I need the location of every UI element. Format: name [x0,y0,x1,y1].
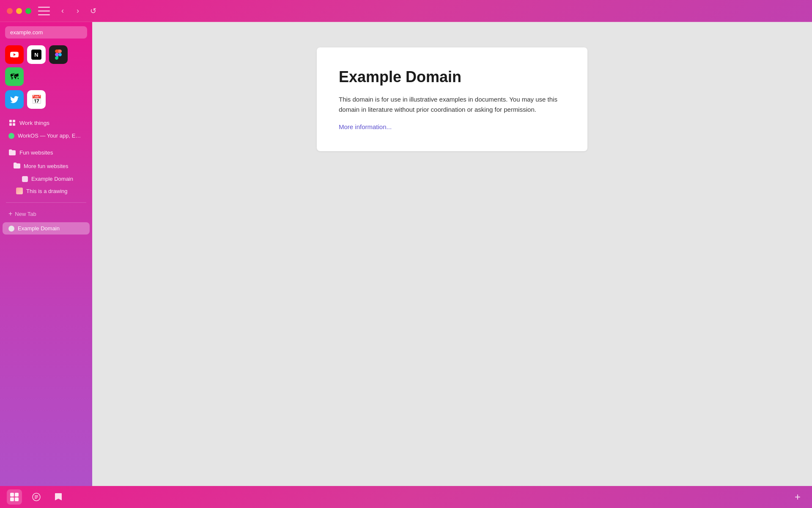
active-tab-favicon [8,226,14,232]
new-tab-button[interactable]: + New Tab [3,207,90,221]
content-area: Example Domain This domain is for use in… [92,22,812,486]
sidebar-section-fun: Fun websites More fun websites Example D… [0,144,92,199]
bottom-bar: + [0,486,812,508]
notion-icon: N [31,50,41,60]
example-domain-bookmark-label: Example Domain [31,176,73,182]
sidebar-toggle-button[interactable] [38,7,50,15]
bookmarks-row-2: 📅 [0,90,92,114]
svg-rect-1 [13,120,15,122]
new-tab-label: New Tab [15,211,36,217]
more-fun-websites-label: More fun websites [24,163,69,169]
add-tab-icon[interactable]: + [790,489,805,505]
top-bar: ‹ › ↺ [0,0,812,22]
bookmark-figma[interactable] [49,45,68,64]
active-tab-label: Example Domain [18,225,60,232]
work-things-label: Work things [19,120,49,126]
sidebar-item-example-domain-bookmark[interactable]: Example Domain [3,173,90,185]
sidebar-group-fun-websites[interactable]: Fun websites [3,146,90,159]
sidebar: example.com N [0,22,92,486]
bookmarks-row-1: N 🗺 [0,43,92,90]
close-button[interactable] [7,8,13,14]
sidebar-active-tab[interactable]: Example Domain [3,222,90,235]
drawing-label: This is a drawing [26,188,68,194]
fun-websites-label: Fun websites [19,149,53,156]
svg-rect-3 [13,123,15,126]
plus-icon: + [8,210,12,218]
sidebar-item-more-fun-websites[interactable]: More fun websites [3,160,90,173]
nav-buttons: ‹ › ↺ [57,5,99,17]
workos-label: WorkOS — Your app, En... [18,133,81,139]
forward-button[interactable]: › [72,5,84,17]
tab-overview-icon[interactable] [7,489,22,505]
sidebar-item-drawing[interactable]: This is a drawing [3,185,90,197]
maximize-button[interactable] [25,8,31,14]
folder-icon [8,149,16,156]
content-card: Example Domain This domain is for use in… [317,47,587,151]
svg-rect-0 [9,120,12,122]
reader-icon[interactable] [29,489,44,505]
svg-rect-6 [10,497,14,501]
sidebar-section-work: Work things WorkOS — Your app, En... [0,114,92,144]
svg-rect-4 [10,493,14,497]
more-information-link[interactable]: More information... [339,123,392,130]
main-layout: example.com N [0,22,812,486]
svg-rect-7 [15,497,19,501]
page-title: Example Domain [339,68,565,86]
bookmark-calendar[interactable]: 📅 [27,90,46,109]
bookmark-maps[interactable]: 🗺 [5,67,24,86]
reload-button[interactable]: ↺ [87,5,99,17]
svg-rect-5 [15,493,19,497]
sidebar-group-work-things[interactable]: Work things [3,116,90,129]
sidebar-divider [6,202,86,203]
minimize-button[interactable] [16,8,22,14]
example-domain-favicon [22,176,28,182]
address-bar[interactable]: example.com [5,26,87,39]
bookmark-youtube[interactable] [5,45,24,64]
back-button[interactable]: ‹ [57,5,69,17]
page-body: This domain is for use in illustrative e… [339,94,565,115]
traffic-lights [7,8,31,14]
workos-dot-icon [8,133,14,139]
bookmarks-icon[interactable] [51,489,66,505]
grid-icon [8,119,16,127]
bookmark-twitter[interactable] [5,90,24,109]
svg-rect-2 [9,123,12,126]
address-bar-container: example.com [0,22,92,43]
sidebar-item-workos[interactable]: WorkOS — Your app, En... [3,130,90,141]
subfolder-icon [14,163,20,170]
drawing-icon [16,188,23,194]
bookmark-notion[interactable]: N [27,45,46,64]
address-bar-text: example.com [10,29,43,36]
